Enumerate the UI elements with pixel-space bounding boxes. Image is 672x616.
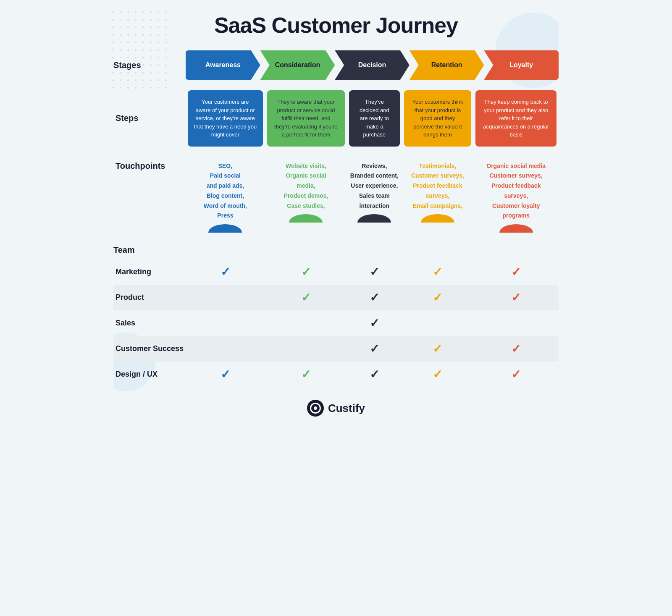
team-row-sales: Sales✓ [113, 310, 559, 336]
stages-bar-cell: Awareness Consideration Decision Retenti… [186, 50, 559, 80]
team-check-cell: ✓ [265, 259, 347, 285]
checkmark-icon: ✓ [370, 316, 379, 330]
team-row-label: Marketing [113, 259, 186, 285]
stage-awareness: Awareness [186, 50, 260, 80]
arch-retention [421, 214, 454, 223]
touchpoints-row: Touchpoints SEO, Paid social and paid ad… [113, 157, 559, 237]
team-row-label: Customer Success [113, 336, 186, 362]
checkmark-icon: ✓ [301, 265, 311, 279]
page-title: SaaS Customer Journey [113, 13, 559, 38]
team-row-label: Design / UX [113, 362, 186, 387]
step-cell-loyalty: They keep coming back to your product an… [473, 84, 559, 153]
touchpoints-label: Touchpoints [113, 157, 186, 237]
team-check-cell: ✓ [402, 285, 474, 310]
team-row-marketing: Marketing✓✓✓✓✓ [113, 259, 559, 285]
team-check-cell: ✓ [347, 336, 402, 362]
step-cell-consideration: They're aware that your product or servi… [265, 84, 347, 153]
stage-retention: Retention [410, 50, 484, 80]
logo-container: Custify [307, 400, 365, 417]
touch-loyalty-content: Organic social media Customer surveys, P… [475, 161, 556, 221]
logo-row: Custify [113, 387, 559, 417]
checkmark-icon: ✓ [301, 367, 311, 381]
step-cell-awareness: Your customers are aware of your product… [186, 84, 265, 153]
team-check-cell [402, 310, 474, 336]
team-check-cell: ✓ [402, 259, 474, 285]
step-consideration-card: They're aware that your product or servi… [267, 90, 345, 147]
team-check-cell [265, 310, 347, 336]
checkmark-icon: ✓ [433, 342, 442, 356]
team-check-cell: ✓ [265, 362, 347, 387]
checkmark-icon: ✓ [220, 265, 230, 279]
team-check-cell: ✓ [186, 362, 265, 387]
stages-row: Stages Awareness Consideration Decision … [113, 50, 559, 80]
team-check-cell: ✓ [186, 259, 265, 285]
team-check-cell: ✓ [347, 259, 402, 285]
arch-consideration [289, 214, 323, 223]
team-check-cell: ✓ [473, 285, 559, 310]
steps-row: Steps Your customers are aware of your p… [113, 84, 559, 153]
team-check-cell [186, 310, 265, 336]
arch-loyalty [499, 224, 533, 233]
touch-retention-content: Testimonials, Customer surveys, Product … [404, 161, 472, 211]
steps-label: Steps [113, 84, 186, 153]
logo-text: Custify [328, 402, 365, 415]
step-cell-decision: They've decided and are ready to make a … [347, 84, 402, 153]
touch-awareness-content: SEO, Paid social and paid ads, Blog cont… [188, 161, 263, 221]
team-check-cell [473, 310, 559, 336]
team-check-cell: ✓ [347, 362, 402, 387]
checkmark-icon: ✓ [220, 367, 230, 381]
team-check-cell: ✓ [347, 285, 402, 310]
team-check-cell: ✓ [473, 259, 559, 285]
touch-cell-consideration: Website visits, Organic social media, Pr… [265, 157, 347, 237]
checkmark-icon: ✓ [301, 291, 311, 304]
touch-decision-content: Reviews, Branded content, User experienc… [349, 161, 399, 211]
checkmark-icon: ✓ [370, 342, 379, 356]
touch-cell-loyalty: Organic social media Customer surveys, P… [473, 157, 559, 237]
arch-awareness [208, 224, 242, 233]
team-check-cell: ✓ [402, 336, 474, 362]
team-check-cell [265, 336, 347, 362]
step-decision-card: They've decided and are ready to make a … [349, 90, 399, 147]
checkmark-icon: ✓ [511, 265, 521, 279]
team-check-cell [186, 285, 265, 310]
team-check-cell: ✓ [347, 310, 402, 336]
step-cell-retention: Your customers think that your product i… [402, 84, 474, 153]
arch-decision [357, 214, 391, 223]
checkmark-icon: ✓ [433, 265, 442, 279]
team-header-row: Team [113, 241, 559, 259]
team-row-product: Product✓✓✓✓ [113, 285, 559, 310]
team-row-design-/-ux: Design / UX✓✓✓✓✓ [113, 362, 559, 387]
team-row-customer-success: Customer Success✓✓✓ [113, 336, 559, 362]
touch-cell-awareness: SEO, Paid social and paid ads, Blog cont… [186, 157, 265, 237]
stages-bar: Awareness Consideration Decision Retenti… [186, 50, 559, 80]
checkmark-icon: ✓ [511, 367, 521, 381]
team-row-label: Sales [113, 310, 186, 336]
stages-label: Stages [113, 50, 186, 80]
checkmark-icon: ✓ [370, 291, 379, 304]
team-row-label: Product [113, 285, 186, 310]
team-check-cell [186, 336, 265, 362]
stage-decision: Decision [335, 50, 410, 80]
stage-consideration: Consideration [260, 50, 335, 80]
step-loyalty-card: They keep coming back to your product an… [475, 90, 556, 147]
team-check-cell: ✓ [473, 336, 559, 362]
checkmark-icon: ✓ [433, 291, 442, 304]
step-awareness-card: Your customers are aware of your product… [188, 90, 263, 147]
team-check-cell: ✓ [402, 362, 474, 387]
touch-cell-decision: Reviews, Branded content, User experienc… [347, 157, 402, 237]
custify-logo-icon [307, 400, 324, 417]
step-retention-card: Your customers think that your product i… [404, 90, 472, 147]
checkmark-icon: ✓ [511, 342, 521, 356]
stage-loyalty: Loyalty [484, 50, 559, 80]
checkmark-icon: ✓ [370, 265, 379, 279]
checkmark-icon: ✓ [433, 367, 442, 381]
team-check-cell: ✓ [265, 285, 347, 310]
checkmark-icon: ✓ [370, 367, 379, 381]
touch-consideration-content: Website visits, Organic social media, Pr… [267, 161, 345, 211]
checkmark-icon: ✓ [511, 291, 521, 304]
team-check-cell: ✓ [473, 362, 559, 387]
touch-cell-retention: Testimonials, Customer surveys, Product … [402, 157, 474, 237]
team-label: Team [113, 241, 186, 259]
